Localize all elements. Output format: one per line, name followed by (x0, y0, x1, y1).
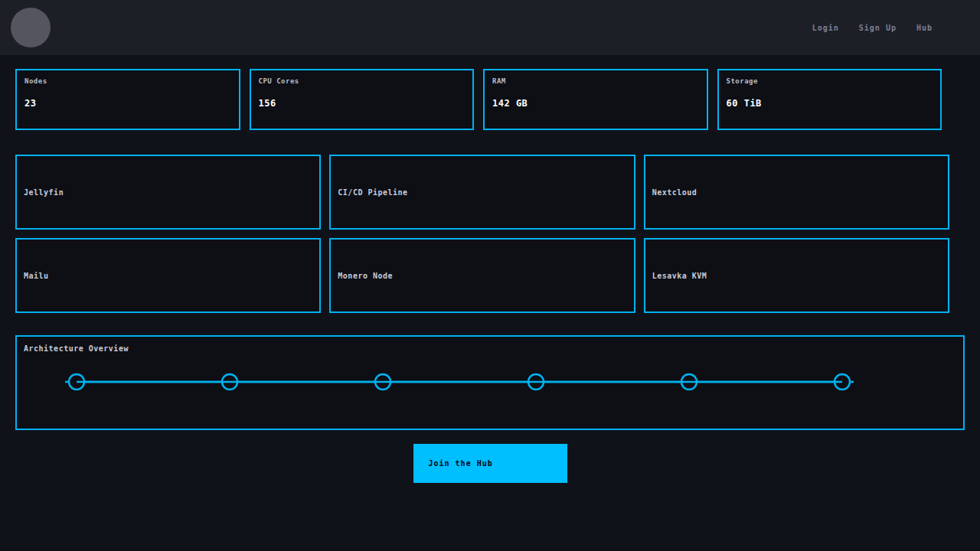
architecture-title: Architecture Overview (24, 344, 963, 353)
nav-link-signup[interactable]: Sign Up (859, 24, 897, 32)
service-card-mailu[interactable]: Mailu (15, 238, 321, 313)
stat-value: 156 (259, 98, 466, 109)
stat-label: Storage (727, 77, 933, 85)
stat-card-ram: RAM 142 GB (483, 69, 708, 130)
stat-value: 23 (24, 98, 231, 109)
stat-card-storage: Storage 60 TiB (717, 69, 942, 130)
join-hub-button[interactable]: Join the Hub (413, 444, 567, 483)
nav-link-login[interactable]: Login (812, 24, 839, 32)
service-card-nextcloud[interactable]: Nextcloud (644, 155, 949, 230)
service-card-cicd[interactable]: CI/CD Pipeline (329, 155, 635, 230)
nav-links: Login Sign Up Hub (812, 24, 980, 32)
service-card-jellyfin[interactable]: Jellyfin (15, 155, 321, 230)
stat-value: 60 TiB (727, 98, 933, 109)
service-card-monero[interactable]: Monero Node (329, 238, 635, 313)
stat-card-cpu-cores: CPU Cores 156 (250, 69, 475, 130)
architecture-overview: Architecture Overview (15, 335, 965, 430)
architecture-diagram (24, 357, 963, 411)
service-card-lesavka[interactable]: Lesavka KVM (644, 238, 949, 313)
stats-row: Nodes 23 CPU Cores 156 RAM 142 GB Storag… (15, 69, 942, 130)
stat-value: 142 GB (492, 98, 699, 109)
stat-label: RAM (492, 77, 699, 85)
services-grid: Jellyfin CI/CD Pipeline Nextcloud Mailu … (15, 155, 949, 313)
avatar[interactable] (11, 8, 51, 47)
nav-link-hub[interactable]: Hub (916, 24, 933, 32)
stat-card-nodes: Nodes 23 (15, 69, 240, 130)
stat-label: CPU Cores (259, 77, 466, 85)
top-navbar: Login Sign Up Hub (0, 0, 980, 55)
stat-label: Nodes (24, 77, 231, 85)
